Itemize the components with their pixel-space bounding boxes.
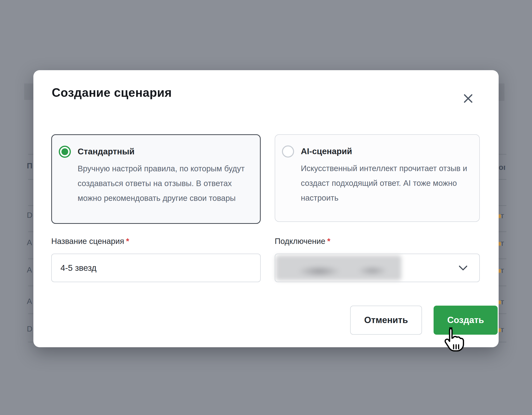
background-table-text: т xyxy=(501,266,507,274)
radio-selected-icon[interactable] xyxy=(59,146,71,158)
background-table-icon-fragment xyxy=(499,328,501,332)
create-button[interactable]: Создать xyxy=(434,306,498,335)
screen: П D A A A D ог т т т т т Создание сценар… xyxy=(0,0,532,415)
background-table-text: т xyxy=(501,298,507,306)
background-table-text: т xyxy=(501,239,507,247)
background-table-text: A xyxy=(27,297,33,305)
table-row-divider xyxy=(28,313,33,314)
table-row-divider xyxy=(499,342,506,342)
background-table-text: т xyxy=(501,326,507,334)
background-table-text: D xyxy=(27,211,33,219)
modal-title: Создание сценария xyxy=(52,86,172,100)
create-scenario-modal: Создание сценария Стандартный Вручную на… xyxy=(33,70,499,347)
background-table-text: A xyxy=(27,266,33,274)
background-table-icon-fragment xyxy=(499,242,501,246)
background-table-text: ог xyxy=(499,163,505,171)
scenario-type-title: AI-сценарий xyxy=(301,146,471,156)
connection-label: Подключение* xyxy=(275,237,330,246)
required-asterisk: * xyxy=(327,237,330,246)
table-row-divider xyxy=(28,342,33,342)
scenario-type-title: Стандартный xyxy=(78,147,252,156)
scenario-type-options: Стандартный Вручную настрой правила, по … xyxy=(51,134,480,224)
cancel-button[interactable]: Отменить xyxy=(350,306,422,335)
table-row-divider xyxy=(28,231,33,232)
connection-select[interactable] xyxy=(275,254,480,282)
background-table-text: т xyxy=(501,212,507,220)
background-table-icon-fragment xyxy=(499,214,501,218)
table-row-divider xyxy=(28,179,33,180)
close-button[interactable] xyxy=(462,92,475,105)
modal-footer: Отменить Создать xyxy=(33,306,498,335)
table-row-divider xyxy=(499,154,506,155)
table-row-divider xyxy=(499,179,506,180)
table-row-divider xyxy=(499,313,506,314)
table-row-divider xyxy=(28,259,33,259)
radio-unselected-icon[interactable] xyxy=(282,145,294,157)
close-icon xyxy=(463,93,473,104)
table-row-divider xyxy=(499,286,506,286)
table-row-divider xyxy=(28,205,33,206)
table-row-divider xyxy=(28,286,33,286)
scenario-type-card-standard[interactable]: Стандартный Вручную настрой правила, по … xyxy=(51,134,261,224)
scenario-name-label: Название сценария* xyxy=(51,237,129,246)
background-table-text: D xyxy=(27,325,33,333)
background-toolbar-fragment xyxy=(24,84,33,100)
required-asterisk: * xyxy=(126,237,129,246)
scenario-type-description: Искусственный интеллект прочитает отзыв … xyxy=(301,161,471,205)
scenario-name-input[interactable] xyxy=(51,254,261,282)
table-row-divider xyxy=(499,231,506,232)
scenario-type-description: Вручную настрой правила, по которым буду… xyxy=(78,161,252,205)
scenario-type-card-ai[interactable]: AI-сценарий Искусственный интеллект проч… xyxy=(275,134,480,222)
background-toolbar-fragment xyxy=(499,84,504,101)
chevron-down-icon xyxy=(458,265,468,272)
background-table-text: A xyxy=(27,238,33,247)
background-table-icon-fragment xyxy=(499,269,501,273)
blurred-connection-value xyxy=(276,255,401,280)
table-row-divider xyxy=(499,205,506,206)
table-row-divider xyxy=(28,154,33,155)
background-table-text: П xyxy=(27,162,33,170)
background-table-icon-fragment xyxy=(499,300,501,304)
table-row-divider xyxy=(499,259,506,259)
